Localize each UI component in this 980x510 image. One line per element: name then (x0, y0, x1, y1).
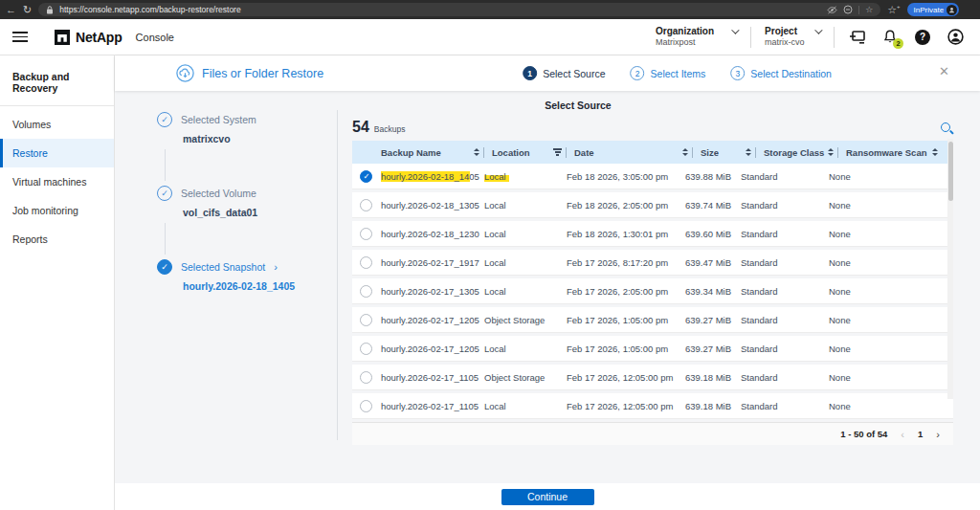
date-cell: Feb 17 2026, 1:05:00 pm (567, 344, 685, 354)
ransomware-scan-cell: None (815, 257, 911, 268)
backup-name-cell: hourly.2026-02-17_1205 (381, 315, 484, 325)
sort-icon[interactable] (932, 148, 938, 156)
account-icon[interactable] (946, 28, 965, 47)
sidebar-item[interactable]: Restore (0, 139, 114, 167)
column-header[interactable]: Storage Class (764, 147, 838, 158)
size-cell: 639.27 MiB (685, 344, 741, 354)
ransomware-scan-cell: None (815, 344, 911, 354)
continue-button[interactable]: Continue (501, 489, 594, 505)
table-row[interactable]: hourly.2026-02-17_1305 Local Feb 17 2026… (352, 278, 953, 304)
ransomware-scan-cell: None (815, 401, 911, 411)
ransomware-scan-cell: None (815, 372, 911, 383)
storage-class-cell: Standard (741, 257, 815, 268)
radio-button[interactable] (360, 256, 372, 269)
date-cell: Feb 18 2026, 1:30:01 pm (567, 229, 685, 239)
app-header: NetApp Console Organization Matrixpost P… (0, 19, 980, 55)
radio-button[interactable] (360, 371, 372, 384)
summary-step-label[interactable]: Selected Snapshot (181, 261, 265, 273)
favorite-star-icon[interactable]: ☆ (865, 5, 873, 14)
divider (834, 27, 835, 48)
collections-icon[interactable]: ☆+ (887, 4, 900, 15)
search-icon[interactable] (940, 122, 953, 135)
menu-hamburger-icon[interactable] (12, 32, 28, 42)
radio-button[interactable] (360, 314, 372, 326)
sort-icon[interactable] (746, 148, 751, 156)
tracking-prevention-icon[interactable] (843, 5, 853, 14)
table-row[interactable]: hourly.2026-02-18_1305 Local Feb 18 2026… (352, 192, 953, 218)
organization-selector[interactable]: Organization Matrixpost (656, 26, 737, 49)
section-title: Select Source (545, 100, 611, 111)
location-cell: Local (484, 286, 567, 297)
table-row[interactable]: hourly.2026-02-17_1105 Local Feb 17 2026… (352, 393, 953, 419)
sort-icon[interactable] (682, 148, 688, 156)
table-row[interactable]: hourly.2026-02-17_1205 Local Feb 17 2026… (352, 336, 953, 362)
column-header-label: Ransomware Scan (846, 147, 926, 158)
column-header-label: Storage Class (764, 147, 824, 158)
table-scrollbar[interactable] (947, 139, 953, 399)
radio-button[interactable] (360, 400, 372, 412)
table-row[interactable]: hourly.2026-02-18_1230 Local Feb 18 2026… (352, 221, 953, 247)
date-cell: Feb 18 2026, 2:05:00 pm (567, 200, 685, 211)
radio-button[interactable] (360, 170, 372, 183)
table-row[interactable]: hourly.2026-02-17_1105 Object Storage Fe… (352, 365, 953, 390)
radio-button[interactable] (360, 343, 372, 355)
table-row[interactable]: hourly.2026-02-17_1917 Local Feb 17 2026… (352, 250, 953, 276)
sidebar-item-label: Volumes (12, 119, 51, 130)
current-page[interactable]: 1 (918, 429, 923, 439)
location-cell: Object Storage (484, 315, 567, 325)
sidebar-item[interactable]: Volumes (0, 110, 114, 139)
browser-refresh-icon[interactable]: ↻ (23, 5, 32, 15)
backup-count: 54 (352, 120, 369, 135)
app-name: Console (136, 32, 174, 43)
location-cell: Object Storage (484, 372, 567, 383)
ransomware-scan-cell: None (815, 200, 911, 211)
step-connector (165, 149, 166, 181)
sidebar-item[interactable]: Reports (0, 225, 114, 254)
column-header[interactable]: Location (492, 147, 567, 158)
inprivate-badge[interactable]: InPrivate (907, 3, 960, 16)
table-row[interactable]: hourly.2026-02-18_1405 Local Feb 18 2026… (352, 164, 953, 189)
summary-step-label[interactable]: Selected Volume (181, 188, 256, 199)
backup-count-label: Backups (374, 124, 406, 134)
wizard-step: 3 Select Destination (730, 66, 832, 80)
radio-button[interactable] (360, 199, 372, 211)
table-row[interactable]: hourly.2026-02-17_1205 Object Storage Fe… (352, 307, 953, 333)
size-cell: 639.47 MiB (685, 257, 741, 268)
notifications-bell-icon[interactable]: 2 (880, 28, 900, 47)
filter-icon[interactable] (553, 148, 562, 155)
column-header[interactable]: Date (574, 147, 693, 158)
size-cell: 639.60 MiB (685, 229, 741, 239)
column-header[interactable]: Size (701, 147, 756, 158)
backup-name-cell: hourly.2026-02-17_1917 (381, 257, 484, 268)
password-eye-slash-icon[interactable] (827, 6, 837, 14)
date-cell: Feb 18 2026, 3:05:00 pm (567, 171, 685, 182)
pagination: 1 - 50 of 54 ‹ 1 › (352, 422, 953, 445)
radio-button[interactable] (360, 285, 372, 298)
sort-icon[interactable] (828, 148, 834, 156)
sort-icon[interactable] (474, 148, 479, 156)
summary-step-label[interactable]: Selected System (181, 114, 256, 125)
divider (858, 6, 859, 14)
divider (337, 110, 338, 440)
main-area: Files or Folder Restore 1 Select Source … (115, 55, 980, 510)
scrollbar-thumb[interactable] (948, 142, 953, 201)
sidebar-item[interactable]: Virtual machines (0, 167, 114, 196)
column-header[interactable]: Backup Name (381, 147, 484, 158)
column-header[interactable]: Ransomware Scan (846, 147, 942, 158)
location-cell: Local (484, 401, 567, 411)
console-switcher-icon[interactable] (848, 28, 867, 47)
wizard-step-number: 2 (631, 66, 645, 80)
close-icon[interactable]: ✕ (939, 64, 949, 78)
previous-page-icon[interactable]: ‹ (901, 429, 904, 440)
browser-back-icon[interactable]: ← (6, 5, 16, 15)
address-bar[interactable]: https://console.netapp.com/backup-restor… (38, 3, 880, 16)
help-icon[interactable]: ? (913, 28, 932, 47)
size-cell: 639.27 MiB (685, 315, 741, 325)
backup-name-cell: hourly.2026-02-18_1405 (381, 171, 484, 182)
sidebar-item-label: Reports (12, 233, 48, 245)
radio-button[interactable] (360, 228, 372, 240)
project-selector[interactable]: Project matrix-cvo (765, 26, 820, 49)
sidebar-item[interactable]: Job monitoring (0, 196, 114, 225)
size-cell: 639.18 MiB (685, 401, 741, 411)
next-page-icon[interactable]: › (936, 429, 940, 440)
